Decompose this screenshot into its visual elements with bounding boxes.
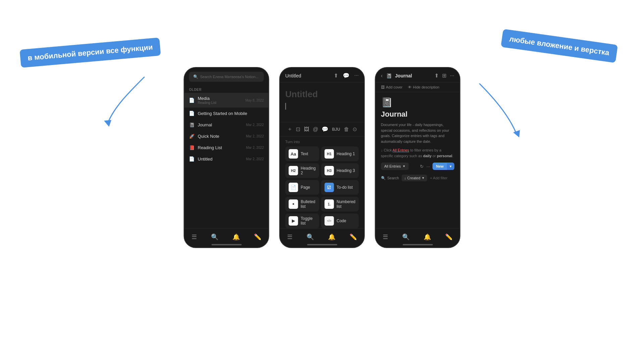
item-icon: 📄: [189, 98, 195, 103]
item-date: Mar 2, 2022: [246, 123, 264, 127]
resize-icon[interactable]: ⊡: [296, 126, 300, 132]
turn-into-heading1[interactable]: H1 Heading 1: [321, 146, 359, 161]
list-item[interactable]: 📄 Untitled Mar 2, 2022: [184, 153, 269, 165]
item-date: Mar 2, 2022: [246, 146, 264, 149]
turn-into-page[interactable]: 📄 Page: [285, 180, 319, 195]
more-icon[interactable]: ···: [354, 72, 359, 79]
hide-desc-icon: 👁: [408, 85, 412, 89]
journal-page-icon: 📓: [381, 97, 454, 108]
more-icon-3[interactable]: ···: [450, 73, 454, 79]
home-icon-3[interactable]: ☰: [383, 233, 388, 241]
home-indicator: [211, 244, 241, 245]
share-icon[interactable]: ⬆: [334, 72, 338, 79]
turn-into-bullet[interactable]: • Bulleted list: [285, 197, 319, 212]
text-label: Text: [301, 152, 308, 156]
compose-icon[interactable]: ✏️: [254, 233, 261, 241]
turn-into-todo[interactable]: ☑ To-do list: [321, 180, 359, 195]
phone-editor: Untitled ⬆ 💬 ··· Untitled ＋ ⊡ 🖼 @ 💬 BJU: [279, 67, 365, 248]
search-icon-2[interactable]: 🔍: [307, 233, 314, 241]
add-cover-btn[interactable]: 🖼 Add cover: [381, 85, 403, 89]
h1-icon: H1: [324, 149, 334, 159]
home-icon[interactable]: ☰: [192, 233, 197, 241]
journal-content: 📓 Journal Document your life - daily hap…: [376, 92, 460, 228]
add-block-icon[interactable]: ＋: [287, 126, 292, 133]
hide-desc-btn[interactable]: 👁 Hide description: [408, 85, 439, 89]
comment-toolbar-icon[interactable]: 💬: [322, 126, 328, 132]
h3-icon: H3: [324, 166, 334, 175]
home-icon-2[interactable]: ☰: [287, 233, 292, 241]
editor-toolbar: ＋ ⊡ 🖼 @ 💬 BJU 🗑 ⊙: [280, 122, 364, 136]
bell-icon-2[interactable]: 🔔: [328, 233, 335, 241]
bullet-icon: •: [289, 199, 298, 209]
journal-search-bar: 🔍 Search ↓ Created ▼ + Add filter: [381, 173, 454, 183]
back-icon[interactable]: ‹: [381, 73, 383, 79]
search-btn[interactable]: 🔍 Search: [381, 176, 399, 180]
arrow-right-icon: [470, 74, 537, 147]
more-toolbar-icon[interactable]: ⊙: [353, 126, 357, 132]
item-title: Quick Note: [198, 134, 243, 139]
delete-icon[interactable]: 🗑: [344, 126, 349, 132]
new-button[interactable]: New: [433, 163, 447, 170]
created-filter-btn[interactable]: ↓ Created ▼: [401, 175, 427, 181]
svg-marker-0: [104, 120, 111, 127]
sidebar-section-label: OLDER: [184, 86, 269, 93]
dropdown-arrow: ▼: [402, 165, 406, 168]
compose-icon-3[interactable]: ✏️: [445, 233, 452, 241]
list-item[interactable]: 📄 Media Reading List May 8, 2022: [184, 93, 269, 108]
share-icon-3[interactable]: ⬆: [434, 72, 439, 79]
turn-into-code[interactable]: </> Code: [321, 214, 359, 228]
phone-sidebar: 🔍 Search Елена Матвеева's Notion... OLDE…: [184, 67, 269, 248]
more-btn[interactable]: ···: [426, 164, 430, 169]
bell-icon-3[interactable]: 🔔: [424, 233, 431, 241]
code-icon: </>: [324, 216, 334, 226]
mention-icon[interactable]: @: [313, 126, 318, 132]
search-icon-4[interactable]: 🔍: [402, 233, 410, 241]
item-title: Journal: [198, 122, 243, 127]
editor-header-icons: ⬆ 💬 ···: [334, 72, 359, 79]
numbered-label: Numbered list: [336, 199, 355, 209]
bold-icon[interactable]: BJU: [332, 127, 340, 132]
list-item[interactable]: 📕 Reading List Mar 2, 2022: [184, 142, 269, 153]
add-cover-label: Add cover: [386, 85, 403, 89]
list-item[interactable]: 📓 Journal Mar 2, 2022: [184, 119, 269, 130]
item-title: Reading List: [198, 145, 243, 150]
journal-nav-icons: ‹ 📓 Journal: [381, 73, 412, 79]
editor-content[interactable]: Untitled: [280, 82, 364, 122]
journal-toolbar: All Entries ▼ ↻ ··· New ▼: [381, 163, 454, 170]
turn-into-toggle[interactable]: ▶ Toggle list: [285, 214, 319, 228]
compose-icon-2[interactable]: ✏️: [350, 233, 357, 241]
image-icon[interactable]: 🖼: [304, 126, 309, 132]
turn-into-numbered[interactable]: 1. Numbered list: [321, 197, 359, 212]
comment-icon[interactable]: 💬: [343, 72, 350, 79]
journal-page-icon-small: 📓: [386, 73, 392, 78]
editor-page-title-bar: Untitled: [285, 73, 301, 78]
search-bottom-icon[interactable]: 🔍: [211, 233, 218, 241]
journal-page-title: Journal: [381, 110, 454, 119]
svg-marker-1: [513, 130, 520, 137]
turn-into-heading2[interactable]: H2 Heading 2: [285, 163, 319, 178]
layout-icon[interactable]: ⊞: [442, 72, 446, 79]
item-icon: 🚀: [189, 133, 195, 139]
list-item[interactable]: 🚀 Quick Note Mar 2, 2022: [184, 130, 269, 142]
journal-action-bar: 🖼 Add cover 👁 Hide description: [376, 82, 460, 92]
home-indicator-3: [402, 244, 433, 245]
refresh-icon[interactable]: ↻: [420, 164, 424, 169]
arrow-left-icon: [87, 67, 154, 134]
item-date: Mar 2, 2022: [246, 157, 264, 161]
new-dropdown-arrow[interactable]: ▼: [447, 163, 454, 170]
turn-into-heading3[interactable]: H3 Heading 3: [321, 163, 359, 178]
text-icon: Aa: [289, 149, 298, 159]
turn-into-label: Turn into: [285, 136, 359, 146]
add-filter-btn[interactable]: + Add filter: [430, 176, 447, 180]
list-item[interactable]: 📄 Getting Started on Mobile: [184, 108, 269, 119]
all-entries-btn[interactable]: All Entries ▼: [381, 163, 409, 170]
page-icon: 📄: [289, 183, 298, 192]
turn-into-text[interactable]: Aa Text: [285, 146, 319, 161]
callout-left-banner: в мобильной версии все функции: [19, 38, 161, 68]
callout-right-banner: любые вложение и верстка: [501, 29, 618, 63]
bell-icon[interactable]: 🔔: [232, 233, 240, 241]
hide-desc-label: Hide description: [413, 85, 439, 89]
search-bar[interactable]: 🔍 Search Елена Матвеева's Notion...: [184, 68, 269, 86]
item-date: May 8, 2022: [245, 99, 264, 102]
new-button-wrapper[interactable]: New ▼: [433, 163, 454, 170]
